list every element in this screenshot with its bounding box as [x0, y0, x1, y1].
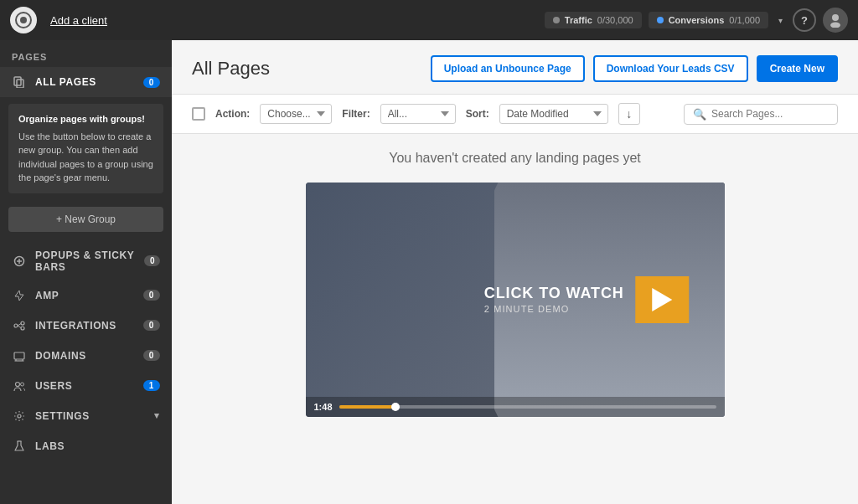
sidebar-item-integrations[interactable]: INTEGRATIONS 0	[0, 311, 172, 341]
sidebar-item-domains[interactable]: DOMAINS 0	[0, 341, 172, 371]
video-background: CLICK TO WATCH 2 MINUTE DEMO	[306, 183, 725, 417]
page-title: All Pages	[192, 58, 431, 80]
sort-label: Sort:	[466, 108, 489, 120]
svg-line-12	[18, 326, 21, 328]
metrics-chevron-icon[interactable]: ▾	[778, 16, 783, 25]
new-group-button[interactable]: + New Group	[8, 207, 163, 232]
svg-point-8	[14, 324, 18, 327]
content-area: You haven't created any landing pages ye…	[172, 134, 858, 504]
svg-point-0	[832, 14, 839, 21]
svg-line-11	[18, 323, 21, 326]
all-pages-badge: 0	[143, 77, 160, 88]
svg-point-9	[21, 321, 24, 325]
all-pages-label: All Pages	[35, 76, 96, 88]
svg-point-10	[21, 327, 24, 330]
pages-info-box: Organize pages with groups! Use the butt…	[8, 104, 163, 193]
svg-rect-2	[14, 77, 21, 85]
logo-icon[interactable]	[10, 7, 37, 33]
traffic-value: 0/30,000	[597, 15, 633, 25]
video-timestamp: 1:48	[314, 402, 333, 412]
settings-arrow-icon: ▾	[154, 410, 160, 421]
add-client-link[interactable]: Add a client	[50, 14, 545, 27]
toolbar: Action: Choose... Filter: All... Sort: D…	[172, 95, 858, 134]
sidebar: PAGES All Pages 0 Organize pages with gr…	[0, 40, 172, 504]
filter-label: Filter:	[342, 108, 370, 120]
main-content: All Pages Upload an Unbounce Page Downlo…	[172, 40, 858, 504]
sidebar-item-amp[interactable]: AMP 0	[0, 280, 172, 311]
sidebar-item-labs[interactable]: LABS	[0, 431, 172, 461]
progress-thumb	[391, 403, 400, 411]
conversions-metric: Conversions 0/1,000	[649, 12, 768, 28]
metrics-area: Traffic 0/30,000 Conversions 0/1,000 ▾	[545, 12, 783, 28]
popups-label: POPUPS & STICKY BARS	[35, 249, 144, 273]
video-player[interactable]: CLICK TO WATCH 2 MINUTE DEMO 1:48	[306, 183, 725, 417]
svg-point-17	[16, 382, 20, 386]
click-to-watch-text: CLICK TO WATCH 2 MINUTE DEMO	[484, 285, 624, 314]
conversions-value: 0/1,000	[729, 15, 760, 25]
select-all-checkbox[interactable]	[192, 107, 205, 121]
conversions-label: Conversions	[669, 15, 725, 25]
action-label: Action:	[215, 108, 250, 120]
upload-page-button[interactable]: Upload an Unbounce Page	[431, 55, 585, 82]
avatar[interactable]	[823, 8, 848, 33]
domains-badge: 0	[143, 350, 160, 361]
conversions-dot	[657, 17, 664, 23]
labs-label: LABS	[35, 440, 65, 452]
top-nav: Add a client Traffic 0/30,000 Conversion…	[0, 0, 858, 40]
info-title: Organize pages with groups!	[18, 112, 153, 126]
svg-rect-3	[17, 80, 23, 88]
amp-label: AMP	[35, 290, 59, 301]
pages-icon	[12, 75, 27, 90]
popups-icon	[12, 254, 27, 269]
integrations-badge: 0	[143, 320, 160, 331]
pages-section-title: PAGES	[0, 40, 172, 67]
svg-marker-7	[15, 291, 23, 301]
domains-label: DOMAINS	[35, 350, 86, 362]
info-body: Use the button below to create a new gro…	[18, 130, 153, 185]
play-area[interactable]: CLICK TO WATCH 2 MINUTE DEMO	[484, 276, 690, 323]
settings-label: SETTINGS	[35, 410, 90, 422]
svg-point-19	[18, 414, 21, 418]
sidebar-item-popups[interactable]: POPUPS & STICKY BARS 0	[0, 242, 172, 280]
click-to-watch-main: CLICK TO WATCH	[484, 285, 624, 302]
amp-badge: 0	[143, 290, 160, 301]
search-wrapper: 🔍	[684, 104, 838, 125]
popups-badge: 0	[144, 255, 160, 266]
click-to-watch-sub: 2 MINUTE DEMO	[484, 304, 624, 314]
progress-fill	[339, 405, 395, 409]
empty-message: You haven't created any landing pages ye…	[389, 151, 640, 166]
play-button[interactable]	[636, 276, 690, 323]
main-header: All Pages Upload an Unbounce Page Downlo…	[172, 40, 858, 95]
search-input[interactable]	[711, 108, 829, 120]
video-progress-bar[interactable]: 1:48	[306, 397, 725, 417]
amp-icon	[12, 288, 27, 303]
settings-icon	[12, 409, 27, 424]
users-label: USERS	[35, 380, 72, 392]
download-leads-button[interactable]: Download Your Leads CSV	[593, 55, 748, 82]
labs-icon	[12, 439, 27, 454]
search-icon: 🔍	[693, 108, 706, 121]
domains-icon	[12, 348, 27, 363]
sort-select[interactable]: Date Modified	[499, 104, 608, 124]
svg-rect-13	[14, 352, 24, 359]
play-triangle-icon	[653, 288, 673, 311]
create-new-button[interactable]: Create New	[757, 55, 838, 82]
header-actions: Upload an Unbounce Page Download Your Le…	[431, 55, 838, 82]
traffic-metric: Traffic 0/30,000	[545, 12, 642, 28]
filter-select[interactable]: All...	[380, 104, 456, 124]
traffic-dot	[553, 17, 560, 23]
action-select[interactable]: Choose...	[260, 104, 332, 124]
traffic-label: Traffic	[565, 15, 592, 25]
integrations-label: INTEGRATIONS	[35, 320, 116, 332]
sort-direction-button[interactable]: ↓	[618, 103, 640, 125]
users-icon	[12, 378, 27, 393]
integrations-icon	[12, 318, 27, 333]
sidebar-item-users[interactable]: USERS 1	[0, 371, 172, 401]
users-badge: 1	[143, 380, 160, 391]
sidebar-item-all-pages[interactable]: All Pages 0	[0, 67, 172, 97]
sidebar-item-settings[interactable]: SETTINGS ▾	[0, 401, 172, 431]
progress-track[interactable]	[339, 405, 716, 409]
svg-point-1	[830, 23, 840, 28]
sort-direction-icon: ↓	[626, 107, 632, 121]
help-button[interactable]: ?	[793, 8, 816, 32]
